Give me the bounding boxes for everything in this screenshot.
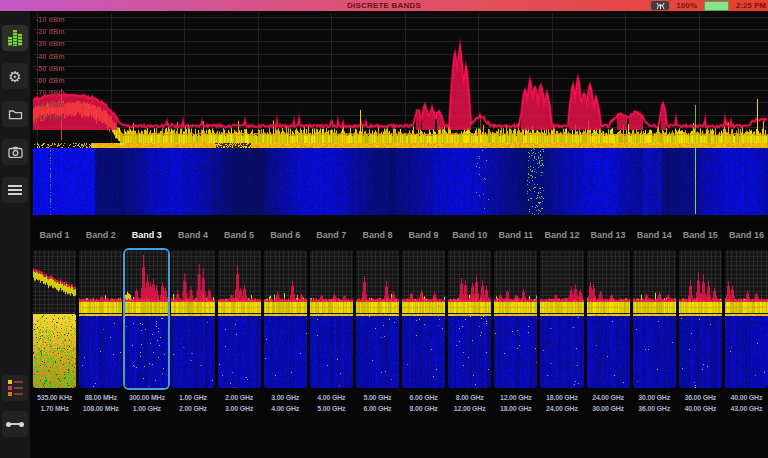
band-freq-start: 535.00 KHz (33, 392, 76, 403)
sidebar-item-traces[interactable] (2, 375, 28, 401)
tab-band-13[interactable]: Band 13 (587, 224, 630, 246)
tab-band-12[interactable]: Band 12 (540, 224, 583, 246)
tab-band-1[interactable]: Band 1 (33, 224, 76, 246)
band-freq-stop: 12.00 GHz (448, 403, 491, 414)
band-freq-stop: 43.00 GHz (725, 403, 768, 414)
tab-band-5[interactable]: Band 5 (218, 224, 261, 246)
tab-band-4[interactable]: Band 4 (171, 224, 214, 246)
band-freq-start: 8.00 GHz (448, 392, 491, 403)
band-panel-8[interactable] (356, 250, 399, 388)
y-axis-label: -30 dBm (36, 40, 65, 48)
band-frequencies: 535.00 KHz1.70 MHz88.00 MHz108.00 MHz300… (33, 392, 768, 414)
tab-band-14[interactable]: Band 14 (633, 224, 676, 246)
sidebar-item-capture[interactable] (2, 139, 28, 165)
tab-band-6[interactable]: Band 6 (264, 224, 307, 246)
band-freq-stop: 30.00 GHz (587, 403, 630, 414)
band-tabs: Band 1Band 2Band 3Band 4Band 5Band 6Band… (33, 224, 768, 246)
sidebar-item-span[interactable] (2, 411, 28, 437)
band-freq-stop: 2.00 GHz (171, 403, 214, 414)
band-freq-6: 3.00 GHz4.00 GHz (264, 392, 307, 414)
titlebar: DISCRETE BANDS 100% 2:25 PM (0, 0, 768, 11)
band-freq-start: 3.00 GHz (264, 392, 307, 403)
band-freq-stop: 5.00 GHz (310, 403, 353, 414)
band-panel-1[interactable] (33, 250, 76, 388)
tab-band-7[interactable]: Band 7 (310, 224, 353, 246)
band-canvas-5 (218, 250, 261, 388)
band-canvas-4 (171, 250, 214, 388)
tab-band-10[interactable]: Band 10 (448, 224, 491, 246)
band-freq-start: 6.00 GHz (402, 392, 445, 403)
battery-percent: 100% (676, 1, 696, 10)
y-axis-label: -20 dBm (36, 28, 65, 36)
band-canvas-11 (494, 250, 537, 388)
band-panel-5[interactable] (218, 250, 261, 388)
sidebar-item-files[interactable] (2, 101, 28, 127)
band-canvas-15 (679, 250, 722, 388)
band-freq-start: 30.00 GHz (633, 392, 676, 403)
y-axis-label: -50 dBm (36, 65, 65, 73)
band-freq-start: 24.00 GHz (587, 392, 630, 403)
tab-band-3[interactable]: Band 3 (125, 224, 168, 246)
band-freq-start: 300.00 MHz (125, 392, 168, 403)
tab-band-11[interactable]: Band 11 (494, 224, 537, 246)
battery-icon (704, 1, 729, 11)
band-canvas-13 (587, 250, 630, 388)
sidebar-item-spectrum[interactable] (2, 25, 28, 51)
sidebar: ⚙ (0, 11, 30, 458)
tab-band-2[interactable]: Band 2 (79, 224, 122, 246)
band-panel-2[interactable] (79, 250, 122, 388)
band-panel-12[interactable] (540, 250, 583, 388)
band-freq-2: 88.00 MHz108.00 MHz (79, 392, 122, 414)
band-freq-stop: 108.00 MHz (79, 403, 122, 414)
band-freq-9: 6.00 GHz8.00 GHz (402, 392, 445, 414)
band-freq-stop: 6.00 GHz (356, 403, 399, 414)
trace-legend-icon (8, 380, 23, 396)
band-panel-9[interactable] (402, 250, 445, 388)
sidebar-item-settings[interactable]: ⚙ (2, 63, 28, 89)
band-freq-stop: 18.00 GHz (494, 403, 537, 414)
band-freq-1: 535.00 KHz1.70 MHz (33, 392, 76, 414)
y-axis-label: -60 dBm (36, 77, 65, 85)
menu-icon (8, 185, 22, 195)
band-freq-start: 36.00 GHz (679, 392, 722, 403)
tab-band-8[interactable]: Band 8 (356, 224, 399, 246)
band-freq-start: 1.00 GHz (171, 392, 214, 403)
band-panel-4[interactable] (171, 250, 214, 388)
antenna-icon (651, 1, 669, 10)
band-freq-start: 12.00 GHz (494, 392, 537, 403)
band-panel-13[interactable] (587, 250, 630, 388)
spectrum-display[interactable]: -10 dBm-20 dBm-30 dBm-40 dBm-50 dBm-60 d… (30, 11, 768, 218)
band-canvas-8 (356, 250, 399, 388)
y-axis-label: -70 dBm (36, 89, 65, 97)
band-panel-11[interactable] (494, 250, 537, 388)
band-freq-stop: 24.00 GHz (540, 403, 583, 414)
sidebar-item-menu[interactable] (2, 177, 28, 203)
band-freq-16: 40.00 GHz43.00 GHz (725, 392, 768, 414)
tab-band-9[interactable]: Band 9 (402, 224, 445, 246)
band-canvas-6 (264, 250, 307, 388)
clock: 2:25 PM (736, 1, 766, 10)
band-panel-15[interactable] (679, 250, 722, 388)
spectrum-bars-icon (8, 30, 22, 46)
band-canvas-12 (540, 250, 583, 388)
band-panel-14[interactable] (633, 250, 676, 388)
band-freq-15: 36.00 GHz40.00 GHz (679, 392, 722, 414)
band-panel-16[interactable] (725, 250, 768, 388)
band-panel-7[interactable] (310, 250, 353, 388)
band-freq-3: 300.00 MHz1.00 GHz (125, 392, 168, 414)
band-freq-stop: 1.00 GHz (125, 403, 168, 414)
band-freq-stop: 8.00 GHz (402, 403, 445, 414)
band-freq-7: 4.00 GHz5.00 GHz (310, 392, 353, 414)
band-freq-start: 2.00 GHz (218, 392, 261, 403)
band-panel-10[interactable] (448, 250, 491, 388)
spectrum-waterfall-canvas (33, 13, 768, 215)
band-panel-3[interactable] (125, 250, 168, 388)
band-canvas-7 (310, 250, 353, 388)
span-slider-icon (6, 421, 24, 428)
tab-band-16[interactable]: Band 16 (725, 224, 768, 246)
tab-band-15[interactable]: Band 15 (679, 224, 722, 246)
band-freq-stop: 1.70 MHz (33, 403, 76, 414)
camera-icon (8, 146, 23, 158)
y-axis-label: -10 dBm (36, 16, 65, 24)
band-panel-6[interactable] (264, 250, 307, 388)
